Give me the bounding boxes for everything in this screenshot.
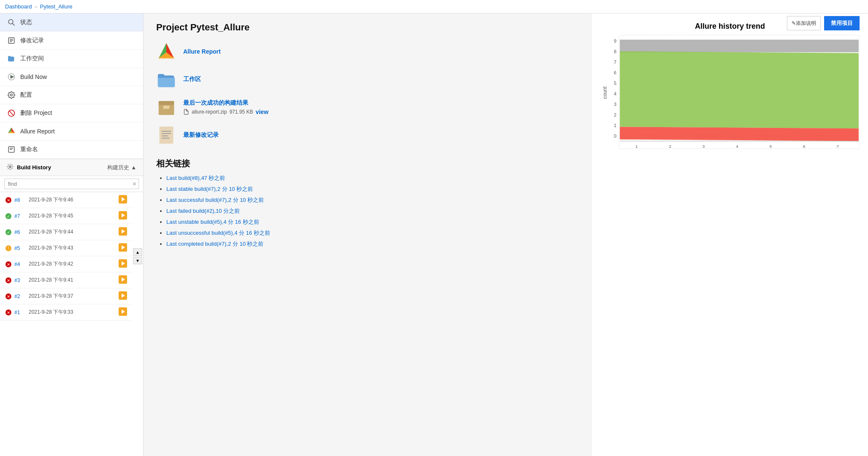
build-number: #4 <box>14 261 26 267</box>
build-item[interactable]: ✕ #3 2021-9-28 下午9:41 <box>0 272 132 288</box>
scroll-up-button[interactable]: ▲ <box>133 248 142 256</box>
last-unsuccessful-build-link[interactable]: Last unsuccessful build(#5),4 分 16 秒之前 <box>166 230 270 236</box>
y-tick: 7 <box>610 60 616 65</box>
sidebar-label-workspace: 工作空间 <box>20 55 44 62</box>
svg-text:2: 2 <box>669 144 671 149</box>
list-icon <box>7 36 16 45</box>
sidebar-item-rename[interactable]: 重命名 <box>0 141 143 159</box>
related-links-section: 相关链接 Last build(#8),47 秒之前 Last stable b… <box>156 158 579 248</box>
svg-text:✕: ✕ <box>7 294 10 299</box>
build-item[interactable]: ✕ #1 2021-9-28 下午9:33 <box>0 304 132 320</box>
build-history-icon <box>7 163 14 171</box>
build-list: ✕ #8 2021-9-28 下午9:46 ✓ #7 2021-9-28 下午9… <box>0 192 132 320</box>
sidebar-item-workspace[interactable]: 工作空间 <box>0 50 143 68</box>
sidebar-label-rename: 重命名 <box>20 146 38 153</box>
build-status-failed-icon: ✕ <box>5 309 12 316</box>
svg-line-10 <box>9 111 14 116</box>
allure-report-link[interactable]: Allure Report <box>183 48 221 55</box>
latest-change-link[interactable]: 最新修改记录 <box>183 131 219 139</box>
sidebar-item-build-now[interactable]: Build Now <box>0 68 143 86</box>
chart-svg: 1 2 3 4 5 6 7 <box>619 35 860 149</box>
related-links-list: Last build(#8),47 秒之前 Last stable build(… <box>156 174 579 248</box>
build-history-subtitle: 构建历史 <box>107 164 129 171</box>
build-item[interactable]: ✕ #4 2021-9-28 下午9:42 <box>0 256 132 272</box>
svg-text:✕: ✕ <box>7 262 10 267</box>
run-build-icon[interactable] <box>119 243 127 253</box>
run-build-icon[interactable] <box>119 259 127 269</box>
last-completed-build-link[interactable]: Last completed build(#7),2 分 10 秒之前 <box>166 241 264 247</box>
last-unstable-build-link[interactable]: Last unstable build(#5),4 分 16 秒之前 <box>166 219 259 225</box>
archive-icon <box>156 97 176 117</box>
build-item[interactable]: ✕ #2 2021-9-28 下午9:37 <box>0 288 132 304</box>
svg-point-8 <box>11 94 13 96</box>
y-tick: 3 <box>610 102 616 107</box>
build-time: 2021-9-28 下午9:43 <box>29 244 116 252</box>
build-status-success-icon: ✓ <box>5 229 12 236</box>
svg-line-1 <box>12 23 14 25</box>
chart-panel: Allure history trend count 0 1 2 3 4 5 6… <box>591 14 868 456</box>
run-build-icon[interactable] <box>119 275 127 285</box>
latest-change-link-row: 最新修改记录 <box>156 125 579 145</box>
build-history-header: Build History 构建历史 ▲ <box>0 159 143 176</box>
run-build-icon[interactable] <box>119 195 127 205</box>
folder-icon <box>7 54 16 63</box>
build-item[interactable]: ✓ #6 2021-9-28 下午9:44 <box>0 224 132 240</box>
last-build-link[interactable]: 最后一次成功的构建结果 <box>183 99 269 107</box>
run-build-icon[interactable] <box>119 307 127 317</box>
related-link-item: Last unsuccessful build(#5),4 分 16 秒之前 <box>166 229 579 237</box>
build-status-failed-icon: ✕ <box>5 197 12 204</box>
build-search-input[interactable] <box>4 179 139 189</box>
clear-search-button[interactable]: × <box>133 181 136 187</box>
sidebar-label-build-now: Build Now <box>20 73 47 80</box>
last-successful-build-link[interactable]: Last successful build(#7),2 分 10 秒之前 <box>166 197 264 203</box>
sidebar-label-change-record: 修改记录 <box>20 37 44 44</box>
build-number: #2 <box>14 293 26 299</box>
build-time: 2021-9-28 下午9:41 <box>29 277 116 284</box>
svg-rect-56 <box>159 101 174 105</box>
svg-text:3: 3 <box>703 144 705 149</box>
last-build-link-item[interactable]: Last build(#8),47 秒之前 <box>166 175 225 181</box>
play-icon <box>7 72 16 81</box>
notes-icon <box>156 125 176 145</box>
related-link-item: Last build(#8),47 秒之前 <box>166 174 579 182</box>
scroll-down-button[interactable]: ▼ <box>133 257 142 264</box>
y-tick: 2 <box>610 112 616 117</box>
sidebar-item-delete-project[interactable]: 删除 Project <box>0 104 143 122</box>
build-item[interactable]: ! #5 2021-9-28 下午9:43 <box>0 240 132 256</box>
svg-text:✓: ✓ <box>7 214 10 219</box>
y-tick: 9 <box>610 38 616 43</box>
build-status-success-icon: ✓ <box>5 213 12 220</box>
run-build-icon[interactable] <box>119 291 127 301</box>
last-stable-build-link[interactable]: Last stable build(#7),2 分 10 秒之前 <box>166 186 253 192</box>
build-search-container: × <box>0 176 143 192</box>
related-link-item: Last stable build(#7),2 分 10 秒之前 <box>166 185 579 193</box>
svg-rect-58 <box>160 127 174 144</box>
build-time: 2021-9-28 下午9:37 <box>29 293 116 300</box>
build-number: #8 <box>14 197 26 203</box>
chart-area: 1 2 3 4 5 6 7 <box>619 35 860 150</box>
run-build-icon[interactable] <box>119 227 127 237</box>
breadcrumb-dashboard[interactable]: Dashboard <box>5 3 32 10</box>
build-item[interactable]: ✓ #7 2021-9-28 下午9:45 <box>0 208 132 224</box>
svg-point-0 <box>8 19 13 24</box>
workspace-link-row: 工作区 <box>156 69 579 90</box>
last-failed-build-link[interactable]: Last failed build(#2),10 分之前 <box>166 208 240 214</box>
chart-y-axis: 0 1 2 3 4 5 6 7 8 9 <box>610 35 619 150</box>
build-number: #5 <box>14 245 26 251</box>
workspace-link[interactable]: 工作区 <box>183 76 201 83</box>
build-item[interactable]: ✕ #8 2021-9-28 下午9:46 <box>0 192 132 208</box>
breadcrumb-project[interactable]: Pytest_Allure <box>40 3 73 10</box>
last-build-link-row: 最后一次成功的构建结果 allure-report.zip 971.95 KB … <box>156 97 579 117</box>
sidebar-item-status[interactable]: 状态 <box>0 14 143 32</box>
sidebar-item-config[interactable]: 配置 <box>0 86 143 104</box>
view-link[interactable]: view <box>255 109 268 115</box>
build-time: 2021-9-28 下午9:45 <box>29 212 116 220</box>
svg-text:6: 6 <box>803 144 806 149</box>
run-build-icon[interactable] <box>119 211 127 221</box>
build-time: 2021-9-28 下午9:33 <box>29 309 116 316</box>
sidebar-item-change-record[interactable]: 修改记录 <box>0 32 143 50</box>
y-tick: 5 <box>610 81 616 86</box>
sidebar-label-delete-project: 删除 Project <box>20 109 52 117</box>
sidebar-item-allure-report[interactable]: Allure Report <box>0 122 143 141</box>
svg-text:✕: ✕ <box>7 310 10 315</box>
